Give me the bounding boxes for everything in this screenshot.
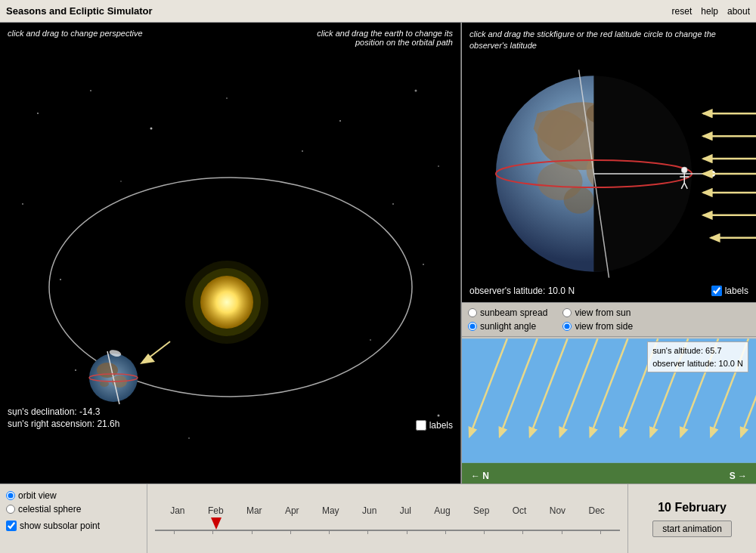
- controls-section: sunbeam spread sunlight angle view from …: [462, 302, 756, 337]
- show-subsolar-label: show subsolar point: [20, 521, 100, 531]
- svg-point-1: [90, 90, 91, 91]
- sunlight-angle-option[interactable]: sunlight angle: [468, 321, 547, 332]
- show-subsolar-option[interactable]: show subsolar point: [6, 521, 141, 531]
- help-button[interactable]: help: [701, 6, 718, 17]
- orbit-view-radio[interactable]: [6, 491, 15, 500]
- celestial-sphere-option[interactable]: celestial sphere: [6, 504, 141, 514]
- bottom-left: orbit view celestial sphere show subsola…: [0, 484, 147, 553]
- month-may[interactable]: May: [322, 505, 339, 516]
- sun-object: [200, 276, 253, 329]
- labels-checkbox-left[interactable]: labels: [416, 420, 453, 431]
- svg-point-10: [370, 339, 371, 341]
- top-section: click and drag to change perspective cli…: [0, 23, 756, 483]
- month-apr[interactable]: Apr: [285, 505, 299, 516]
- month-oct[interactable]: Oct: [513, 505, 527, 516]
- svg-point-2: [150, 128, 153, 130]
- bottom-section: orbit view celestial sphere show subsola…: [0, 483, 756, 553]
- svg-line-20: [147, 341, 170, 359]
- month-dec[interactable]: Dec: [588, 505, 604, 516]
- celestial-sphere-label: celestial sphere: [18, 504, 81, 514]
- labels-checkbox-right[interactable]: labels: [711, 286, 748, 296]
- celestial-sphere-radio[interactable]: [6, 505, 15, 514]
- labels-checkbox-left-input[interactable]: [416, 420, 426, 431]
- sunlight-info: sun's altitude: 65.7 observer latitude: …: [647, 341, 748, 372]
- nav-links: reset help about: [672, 6, 750, 17]
- left-panel[interactable]: click and drag to change perspective cli…: [0, 23, 461, 483]
- month-aug[interactable]: Aug: [434, 505, 450, 516]
- svg-point-0: [37, 113, 39, 114]
- svg-point-5: [415, 90, 417, 92]
- suns-right-ascension: sun's right ascension: 21.6h: [8, 419, 119, 429]
- show-subsolar-checkbox[interactable]: [6, 521, 17, 531]
- svg-point-3: [226, 97, 228, 99]
- earth-close-canvas[interactable]: [462, 53, 756, 295]
- month-nov[interactable]: Nov: [550, 505, 565, 516]
- main-container: click and drag to change perspective cli…: [0, 23, 756, 553]
- sunbeam-sunlight-group: sunbeam spread sunlight angle: [468, 307, 547, 332]
- svg-point-6: [438, 165, 439, 167]
- observer-latitude: observer's latitude: 10.0 N: [469, 286, 575, 296]
- view-from-side-option[interactable]: view from side: [562, 321, 633, 332]
- left-instruction2: click and drag the earth to change its p…: [302, 29, 453, 47]
- svg-point-8: [60, 279, 61, 280]
- earth-view[interactable]: click and drag the stickfigure or the re…: [462, 23, 756, 302]
- reset-button[interactable]: reset: [672, 6, 692, 17]
- labels-checkbox-left-label: labels: [429, 420, 453, 431]
- left-info: sun's declination: -14.3 sun's right asc…: [8, 406, 119, 431]
- month-jul[interactable]: Jul: [400, 505, 411, 516]
- view-from-sun-radio[interactable]: [562, 308, 572, 317]
- north-label: ← N: [471, 471, 489, 481]
- svg-point-13: [438, 415, 440, 417]
- earth-instructions: click and drag the stickfigure or the re…: [469, 29, 742, 52]
- view-from-sun-label: view from sun: [575, 307, 631, 318]
- timeline-marker[interactable]: [211, 517, 222, 530]
- view-from-sun-option[interactable]: view from sun: [562, 307, 633, 318]
- svg-point-33: [564, 187, 594, 214]
- month-jun[interactable]: Jun: [362, 505, 376, 516]
- month-jan[interactable]: Jan: [170, 505, 184, 516]
- sunbeam-spread-label: sunbeam spread: [480, 307, 547, 318]
- right-panel: click and drag the stickfigure or the re…: [461, 23, 756, 483]
- sunbeam-spread-radio[interactable]: [468, 308, 477, 317]
- month-feb[interactable]: Feb: [208, 505, 224, 516]
- view-direction-group: view from sun view from side: [562, 307, 633, 332]
- app-title: Seasons and Ecliptic Simulator: [6, 5, 153, 17]
- svg-point-38: [681, 167, 687, 173]
- calendar-section[interactable]: Jan Feb Mar Apr May Jun Jul Aug Sep Oct …: [147, 484, 627, 553]
- south-label: S →: [730, 471, 747, 481]
- compass-bar: ← N S →: [462, 468, 756, 483]
- svg-point-11: [75, 369, 76, 371]
- view-from-side-radio[interactable]: [562, 322, 572, 331]
- sunlight-angle-radio[interactable]: [468, 322, 477, 331]
- labels-checkbox-right-input[interactable]: [711, 286, 722, 296]
- observer-lat-info: observer latitude: 10.0 N: [652, 357, 743, 370]
- suns-declination: sun's declination: -14.3: [8, 406, 119, 417]
- sunlight-view[interactable]: sun's altitude: 65.7 observer latitude: …: [462, 337, 756, 483]
- sunbeam-spread-option[interactable]: sunbeam spread: [468, 307, 547, 318]
- month-sep[interactable]: Sep: [473, 505, 489, 516]
- svg-point-14: [188, 437, 190, 439]
- start-animation-button[interactable]: start animation: [652, 521, 732, 537]
- earth-object[interactable]: [89, 349, 138, 404]
- svg-point-9: [423, 264, 424, 265]
- svg-point-4: [339, 120, 341, 122]
- suns-altitude-info: sun's altitude: 65.7: [652, 344, 743, 357]
- current-date: 10 February: [658, 501, 727, 514]
- svg-point-17: [392, 203, 394, 205]
- view-from-side-label: view from side: [575, 321, 633, 332]
- svg-point-15: [302, 150, 303, 152]
- labels-checkbox-right-label: labels: [725, 286, 748, 296]
- date-animation: 10 February start animation: [627, 484, 756, 553]
- sunlight-angle-label: sunlight angle: [480, 321, 536, 332]
- left-instruction1: click and drag to change perspective: [8, 29, 143, 38]
- orbit-view-option[interactable]: orbit view: [6, 490, 141, 501]
- svg-point-16: [120, 181, 122, 182]
- orbit-view-label: orbit view: [18, 490, 57, 501]
- month-mar[interactable]: Mar: [246, 505, 262, 516]
- title-bar: Seasons and Ecliptic Simulator reset hel…: [0, 0, 756, 23]
- svg-point-7: [22, 203, 23, 205]
- svg-point-23: [97, 363, 118, 378]
- about-button[interactable]: about: [727, 6, 750, 17]
